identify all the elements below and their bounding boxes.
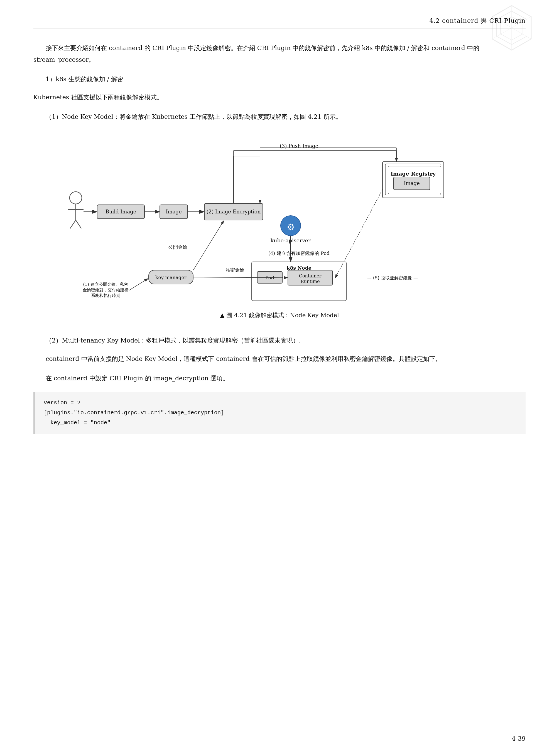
diagram-container: Build Image Image (2) Image Encryption (…: [33, 134, 526, 329]
svg-line-26: [193, 221, 224, 270]
svg-line-28: [129, 278, 148, 290]
create-pod-label: (4) 建立含有加密鏡像的 Pod: [268, 250, 330, 256]
image-registry-image-label: Image: [404, 180, 420, 186]
svg-point-8: [70, 192, 82, 204]
container-runtime-label2: Runtime: [301, 278, 320, 284]
k8s-intro: Kubernetes 社區支援以下兩種鏡像解密模式。: [33, 92, 526, 103]
section1-heading: 1）k8s 生態的鏡像加 / 解密: [33, 73, 526, 85]
k8s-node-label: k8s Node: [287, 265, 312, 271]
pull-decrypt-label: — (5) 拉取並解密鏡像 —: [367, 275, 418, 280]
image-registry-label: Image Registry: [390, 170, 436, 177]
cri-plugin-setting: 在 containerd 中設定 CRI Plugin 的 image_decr…: [33, 372, 526, 384]
key-manager-label: key manager: [155, 274, 187, 280]
image-small-label: Image: [166, 209, 181, 214]
intro-paragraph: 接下來主要介紹如何在 containerd 的 CRI Plugin 中設定鏡像…: [33, 42, 526, 66]
diagram-svg-wrapper: Build Image Image (2) Image Encryption (…: [57, 134, 502, 306]
container-runtime-label: Container: [299, 273, 321, 278]
svg-line-11: [70, 220, 76, 228]
diagram-caption: ▲ 圖 4.21 鏡像解密模式：Node Key Model: [220, 311, 339, 319]
multi-tenancy-desc: （2）Multi-tenancy Key Model：多租戶模式，以叢集粒度實現…: [33, 335, 526, 346]
code-block: version = 2 [plugins."io.containerd.grpc…: [33, 392, 526, 434]
node-key-model-desc: （1）Node Key Model：將金鑰放在 Kubernetes 工作節點上…: [33, 111, 526, 123]
svg-line-12: [76, 220, 81, 228]
page-number: 4-39: [512, 735, 526, 742]
private-key-label: 私密金鑰: [225, 267, 244, 272]
build-image-label: Build Image: [106, 209, 136, 214]
push-image-label: (3) Push Image: [280, 143, 318, 149]
page-header: 4.2 containerd 與 CRI Plugin: [33, 17, 526, 28]
diagram-svg: Build Image Image (2) Image Encryption (…: [57, 134, 502, 306]
containerd-support-desc: containerd 中當前支援的是 Node Key Model，這種模式下 …: [33, 353, 526, 365]
step1-line2: 金鑰密鑰對，交付給建構: [83, 288, 129, 293]
step1-line3: 系統和執行時期: [91, 293, 120, 298]
image-encryption-label: (2) Image Encryption: [206, 209, 261, 214]
step1-line1: (1) 建立公開金鑰、私密: [83, 282, 128, 287]
kube-apiserver-gear-icon: ⚙: [287, 222, 295, 232]
public-key-label: 公開金鑰: [169, 244, 187, 250]
page: 4.2 containerd 與 CRI Plugin 接下來主要介紹如何在 c…: [0, 0, 559, 756]
watermark-icon: [487, 3, 537, 53]
